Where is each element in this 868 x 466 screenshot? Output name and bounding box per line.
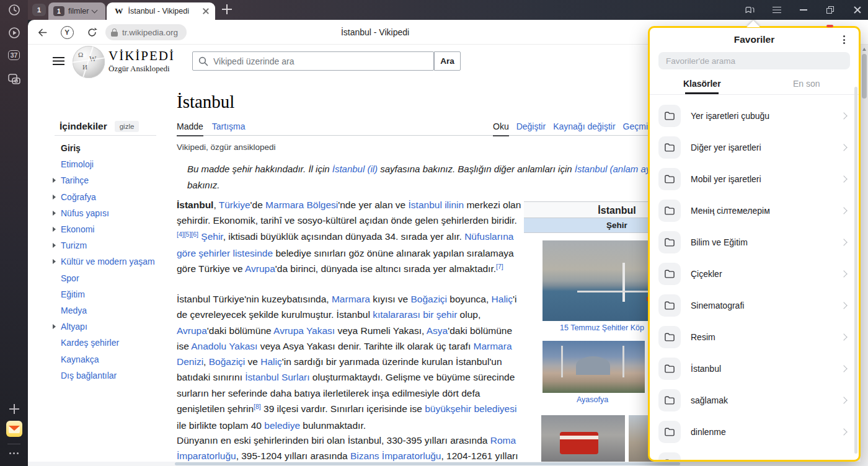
- scroll-up-arrow-icon[interactable]: [862, 48, 866, 51]
- toc-item[interactable]: Kaynakça: [53, 351, 167, 367]
- text-link[interactable]: belediye: [264, 420, 300, 431]
- toc-item[interactable]: Giriş: [53, 140, 167, 156]
- text-link[interactable]: Marmara: [332, 294, 370, 304]
- text-link[interactable]: Haliç: [260, 356, 281, 367]
- page-vertical-scrollbar[interactable]: [861, 45, 868, 462]
- toc-item[interactable]: Turizm: [53, 237, 167, 253]
- text-link[interactable]: Avrupa: [177, 325, 207, 336]
- folder-row[interactable]: dinlenme: [650, 416, 859, 447]
- folder-row[interactable]: Çiçekler: [650, 258, 859, 289]
- view-tab[interactable]: Oku: [493, 121, 509, 136]
- page-tab[interactable]: Tartışma: [212, 121, 246, 136]
- text-link[interactable]: Bizans İmparatorluğu: [350, 451, 441, 461]
- folder-row[interactable]: [650, 447, 859, 462]
- text-link[interactable]: İstanbul (anlam ayrı: [575, 164, 657, 174]
- chevron-right-icon[interactable]: [53, 211, 56, 216]
- folder-row[interactable]: İstanbul: [650, 353, 859, 384]
- page-horizontal-scrollbar[interactable]: [28, 462, 868, 466]
- toc-item[interactable]: Etimoloji: [53, 156, 167, 172]
- page-tab[interactable]: Madde: [177, 121, 203, 136]
- text-link[interactable]: büyükşehir belediyesi: [425, 403, 516, 414]
- folder-row[interactable]: Diğer yer işaretleri: [650, 131, 859, 163]
- tab-counter-badge[interactable]: 37: [0, 50, 28, 61]
- toc-item[interactable]: Dış bağlantılar: [53, 367, 167, 384]
- text-link[interactable]: kıtalararası bir şehir: [373, 309, 457, 320]
- text-link[interactable]: Türkiye: [219, 200, 250, 210]
- toc-item[interactable]: Eğitim: [53, 286, 167, 302]
- player-icon[interactable]: [0, 27, 28, 39]
- chevron-right-icon[interactable]: [53, 227, 56, 232]
- text-link[interactable]: Boğaziçi: [209, 356, 246, 367]
- toc-item[interactable]: Coğrafya: [53, 189, 167, 205]
- bridge-caption[interactable]: 15 Temmuz Şehitler Köp: [560, 323, 644, 332]
- view-tab[interactable]: Değiştir: [516, 121, 546, 136]
- chevron-right-icon[interactable]: [53, 195, 56, 200]
- tab-group-filmler[interactable]: 1 filmler: [48, 2, 105, 20]
- text-link[interactable]: Şehir: [201, 231, 223, 242]
- view-tab[interactable]: Kaynağı değiştir: [553, 121, 615, 136]
- chevron-right-icon[interactable]: [53, 178, 56, 183]
- site-title[interactable]: VİKİPEDİ: [108, 48, 175, 64]
- tab-folders[interactable]: Klasörler: [650, 74, 755, 93]
- toc-item[interactable]: Altyapı: [53, 319, 167, 335]
- add-panel-icon[interactable]: [0, 404, 28, 414]
- tab-recent[interactable]: En son: [755, 74, 859, 93]
- wiki-search-input[interactable]: [193, 52, 433, 70]
- tram-photo[interactable]: [541, 415, 625, 462]
- folder-row[interactable]: Менің сілтемелерім: [650, 195, 859, 226]
- folder-row[interactable]: Bilim ve Eğitim: [650, 226, 859, 258]
- new-tab-button[interactable]: [222, 4, 233, 15]
- chevron-right-icon[interactable]: [53, 324, 56, 329]
- wikipedia-logo[interactable]: Ω W И: [73, 46, 105, 78]
- toc-item[interactable]: Tarihçe: [53, 172, 167, 188]
- screenshot-icon[interactable]: [0, 73, 28, 86]
- active-tab[interactable]: W İstanbul - Vikipedi: [107, 2, 215, 20]
- toc-item[interactable]: Spor: [53, 270, 167, 286]
- text-link[interactable]: Asya: [427, 325, 448, 336]
- folder-row[interactable]: sağlamak: [650, 384, 859, 416]
- toc-item[interactable]: Medya: [53, 302, 167, 319]
- toc-item[interactable]: Nüfus yapısı: [53, 205, 167, 221]
- text-link[interactable]: Haliç: [492, 294, 513, 304]
- folder-row[interactable]: Sinematografi: [650, 289, 859, 321]
- text-link[interactable]: [4][5][6]: [177, 231, 198, 238]
- kebab-menu-icon[interactable]: [839, 35, 848, 45]
- search-button[interactable]: Ara: [434, 51, 461, 71]
- text-link[interactable]: [7]: [496, 263, 503, 270]
- favorites-search-input[interactable]: [658, 52, 850, 69]
- mail-icon[interactable]: [0, 421, 28, 437]
- toc-item[interactable]: Kardeş şehirler: [53, 335, 167, 351]
- text-link[interactable]: Avrupa Yakası: [273, 325, 335, 336]
- history-clock-icon[interactable]: [0, 4, 28, 16]
- more-dots-icon[interactable]: [0, 450, 28, 456]
- text-link[interactable]: Marmara Bölgesi: [265, 200, 338, 210]
- wiki-menu-icon[interactable]: [53, 57, 64, 66]
- ayasofya-photo[interactable]: [542, 341, 645, 393]
- folder-row[interactable]: Resim: [650, 321, 859, 353]
- menu-icon[interactable]: [772, 5, 782, 15]
- folder-row[interactable]: Mobil yer işaretleri: [650, 163, 859, 195]
- horizontal-scroll-thumb[interactable]: [175, 462, 680, 465]
- text-link[interactable]: Avrupa: [245, 263, 275, 274]
- toc-item[interactable]: Kültür ve modern yaşam: [53, 253, 167, 270]
- chevron-right-icon[interactable]: [53, 243, 56, 248]
- close-window-icon[interactable]: [852, 5, 862, 15]
- text-link[interactable]: Anadolu Yakası: [191, 341, 257, 351]
- restore-window-icon[interactable]: [825, 5, 835, 15]
- favorites-scroll-thumb[interactable]: [854, 87, 857, 454]
- toc-hide-button[interactable]: gizle: [115, 121, 140, 132]
- bookmarks-panel-icon[interactable]: [745, 5, 755, 15]
- ayasofya-caption[interactable]: Ayasofya: [577, 395, 608, 404]
- text-link[interactable]: [8]: [254, 403, 261, 410]
- chevron-right-icon[interactable]: [53, 259, 56, 264]
- text-link[interactable]: İstanbul ilinin: [409, 200, 464, 210]
- minimize-icon[interactable]: [799, 5, 808, 15]
- tab-close-icon[interactable]: [203, 8, 209, 14]
- collapsed-tab-group[interactable]: 1: [32, 4, 46, 16]
- text-link[interactable]: İstanbul Surları: [245, 372, 309, 382]
- text-link[interactable]: Boğaziçi: [410, 294, 447, 304]
- folder-row[interactable]: Yer işaretleri çubuğu: [650, 100, 859, 131]
- text-link[interactable]: İstanbul (il): [332, 164, 378, 174]
- vertical-scroll-thumb[interactable]: [862, 54, 867, 99]
- toc-item[interactable]: Ekonomi: [53, 221, 167, 237]
